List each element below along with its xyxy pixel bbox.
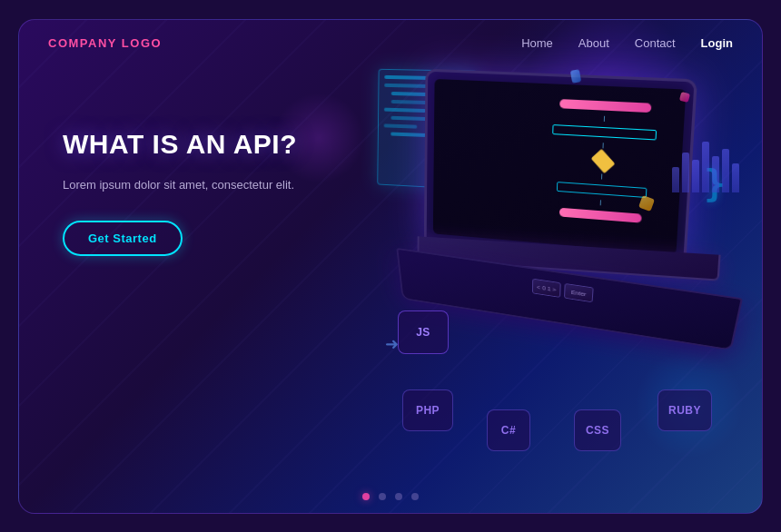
flow-box-pink — [559, 99, 651, 113]
code-line — [384, 107, 427, 112]
nav-contact[interactable]: Contact — [635, 36, 676, 50]
nav-login[interactable]: Login — [701, 36, 733, 50]
nav-links: Home About Contact Login — [521, 36, 733, 50]
bar-6 — [722, 149, 729, 192]
tile-css: CSS — [574, 409, 621, 451]
hero-section: WHAT IS AN API? Lorem ipsum dolor sit am… — [63, 129, 297, 256]
nav-about[interactable]: About — [578, 36, 609, 50]
navbar: COMPANY LOGO Home About Contact Login — [19, 20, 762, 50]
bar-chart — [672, 120, 739, 192]
laptop-screen-inner — [433, 78, 687, 254]
tile-js: JS — [398, 310, 449, 354]
get-started-button[interactable]: Get Started — [63, 221, 183, 256]
arrow-icon: ➜ — [385, 334, 399, 354]
key-enter: Enter — [564, 282, 594, 301]
code-line — [384, 123, 418, 128]
screen-flowchart — [532, 92, 677, 231]
flow-box-teal — [552, 124, 657, 140]
bar-7 — [732, 163, 739, 192]
hero-title: WHAT IS AN API? — [63, 129, 297, 161]
tile-cs: C# — [487, 409, 530, 451]
key-nav: < 0 1 > — [532, 278, 561, 297]
flow-box-pink2 — [559, 207, 643, 222]
bar-1 — [672, 167, 679, 192]
pagination-dot-2[interactable] — [379, 493, 386, 500]
company-logo: COMPANY LOGO — [48, 36, 162, 50]
bar-2 — [682, 153, 689, 192]
nav-home[interactable]: Home — [521, 36, 553, 50]
landing-card: COMPANY LOGO Home About Contact Login WH… — [18, 19, 763, 514]
flow-box-teal2 — [557, 182, 647, 198]
pagination-dot-1[interactable] — [362, 493, 370, 500]
pagination-dot-3[interactable] — [395, 493, 402, 500]
laptop-screen — [424, 68, 697, 265]
flow-arrow — [602, 143, 604, 148]
keys-row: < 0 1 > Enter — [532, 278, 594, 302]
flow-arrow — [601, 173, 603, 179]
tile-php: PHP — [402, 389, 453, 431]
flow-arrow — [599, 200, 601, 205]
flow-diamond — [590, 148, 615, 172]
tile-ruby: RUBY — [657, 389, 712, 431]
bar-5 — [712, 156, 719, 192]
bar-3 — [692, 160, 699, 192]
pagination — [362, 493, 419, 500]
pagination-dot-4[interactable] — [411, 493, 419, 500]
hero-description: Lorem ipsum dolor sit amet, consectetur … — [63, 176, 297, 195]
bar-4 — [702, 142, 709, 192]
flow-arrow — [604, 116, 606, 122]
